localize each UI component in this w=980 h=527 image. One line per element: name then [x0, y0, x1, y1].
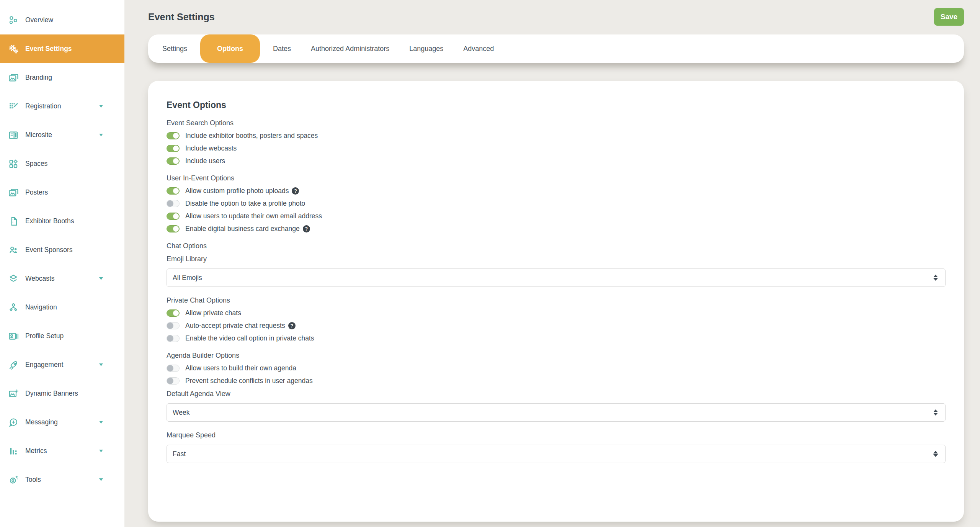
help-icon[interactable]: ?: [292, 187, 299, 195]
bar-chart-icon: [8, 446, 19, 457]
sidebar-item-tools[interactable]: Tools: [0, 465, 124, 494]
sidebar-item-engagement[interactable]: Engagement: [0, 350, 124, 379]
toggle-label: Allow users to update their own email ad…: [185, 212, 322, 220]
toggle-build-own-agenda[interactable]: [167, 365, 180, 372]
toggle-knob: [167, 200, 173, 207]
toggle-row: Include webcasts: [167, 144, 946, 152]
default-agenda-view-select[interactable]: Week: [167, 403, 946, 422]
toggle-prevent-conflicts[interactable]: [167, 377, 180, 385]
toggle-knob: [167, 365, 173, 372]
event-options-card: Event Options Event Search Options Inclu…: [148, 81, 964, 522]
default-agenda-view-label: Default Agenda View: [167, 390, 946, 398]
toggle-label: Disable the option to take a profile pho…: [185, 200, 305, 208]
page-title: Event Settings: [148, 11, 215, 23]
sidebar-item-overview[interactable]: Overview: [0, 6, 124, 34]
emoji-library-label: Emoji Library: [167, 255, 946, 263]
toggle-label: Allow private chats: [185, 309, 241, 317]
toggle-label: Enable the video call option in private …: [185, 334, 314, 342]
section-label-private-chat: Private Chat Options: [167, 296, 946, 304]
gear-sparkle-icon: [8, 475, 19, 485]
toggle-photo-uploads[interactable]: [167, 187, 180, 195]
toggle-include-webcasts[interactable]: [167, 145, 180, 152]
toggle-row: Allow users to build their own agenda: [167, 364, 946, 372]
toggle-label: Allow custom profile photo uploads: [185, 187, 289, 195]
sidebar-item-label: Messaging: [25, 418, 58, 426]
sidebar: Overview Event Settings: [0, 0, 124, 527]
toggle-auto-accept-chat[interactable]: [167, 322, 180, 329]
emoji-library-select-wrap: All Emojis: [167, 268, 946, 287]
toggle-video-call[interactable]: [167, 335, 180, 342]
section-label-chat: Chat Options: [167, 242, 946, 250]
toggle-knob: [173, 310, 179, 316]
tab-dates[interactable]: Dates: [263, 34, 301, 63]
toggle-label: Allow users to build their own agenda: [185, 364, 296, 372]
sidebar-item-posters[interactable]: Posters: [0, 178, 124, 207]
marquee-speed-select-wrap: Fast: [167, 445, 946, 463]
help-icon[interactable]: ?: [303, 225, 310, 232]
marquee-speed-select[interactable]: Fast: [167, 445, 946, 463]
sidebar-item-navigation[interactable]: Navigation: [0, 293, 124, 322]
sidebar-item-microsite[interactable]: Microsite: [0, 121, 124, 149]
toggle-include-booths[interactable]: [167, 132, 180, 139]
sidebar-item-spaces[interactable]: Spaces: [0, 149, 124, 178]
sidebar-item-messaging[interactable]: Messaging: [0, 408, 124, 437]
chevron-down-icon: [99, 105, 103, 108]
sidebar-item-exhibitor-booths[interactable]: Exhibitor Booths: [0, 207, 124, 236]
save-button[interactable]: Save: [934, 8, 964, 26]
tab-settings[interactable]: Settings: [152, 34, 197, 63]
sidebar-item-dynamic-banners[interactable]: Dynamic Banners: [0, 379, 124, 408]
registration-form-icon: [8, 101, 19, 112]
toggle-row: Allow custom profile photo uploads ?: [167, 187, 946, 195]
chevron-down-icon: [99, 450, 103, 452]
sidebar-item-branding[interactable]: Branding: [0, 63, 124, 92]
toggle-label: Prevent schedule conflicts in user agend…: [185, 377, 313, 385]
sidebar-item-label: Registration: [25, 102, 61, 110]
tab-bar: Settings Options Dates Authorized Admini…: [148, 34, 964, 63]
document-icon: [8, 216, 19, 227]
sidebar-item-event-settings[interactable]: Event Settings: [0, 34, 124, 63]
toggle-label: Auto-accept private chat requests: [185, 322, 285, 330]
chevron-down-icon: [99, 363, 103, 366]
help-icon[interactable]: ?: [288, 322, 296, 329]
toggle-knob: [173, 213, 179, 219]
sidebar-item-registration[interactable]: Registration: [0, 92, 124, 121]
card-heading: Event Options: [167, 100, 946, 110]
app-root: Overview Event Settings: [0, 0, 980, 527]
spaces-grid-icon: [8, 159, 19, 169]
sidebar-item-label: Navigation: [25, 303, 57, 311]
toggle-business-card[interactable]: [167, 225, 180, 232]
toggle-knob: [173, 133, 179, 139]
toggle-include-users[interactable]: [167, 157, 180, 165]
sidebar-item-profile-setup[interactable]: Profile Setup: [0, 322, 124, 350]
sidebar-item-label: Overview: [25, 16, 53, 24]
toggle-knob: [167, 335, 173, 342]
toggle-row: Include users: [167, 157, 946, 165]
chevron-down-icon: [99, 277, 103, 280]
tab-advanced[interactable]: Advanced: [453, 34, 504, 63]
tab-options[interactable]: Options: [200, 34, 260, 63]
main-content: Event Settings Save Settings Options Dat…: [124, 0, 980, 527]
branding-image-icon: [8, 72, 19, 83]
toggle-allow-private-chats[interactable]: [167, 309, 180, 317]
sidebar-item-metrics[interactable]: Metrics: [0, 437, 124, 465]
tab-authorized-administrators[interactable]: Authorized Administrators: [301, 34, 399, 63]
toggle-row: Allow private chats: [167, 309, 946, 317]
sidebar-item-label: Exhibitor Booths: [25, 217, 74, 225]
toggle-disable-take-photo[interactable]: [167, 200, 180, 207]
sidebar-item-label: Posters: [25, 188, 48, 196]
tab-languages[interactable]: Languages: [399, 34, 453, 63]
sidebar-item-label: Branding: [25, 74, 52, 82]
toggle-knob: [167, 378, 173, 384]
toggle-update-email[interactable]: [167, 213, 180, 220]
toggle-label: Include users: [185, 157, 225, 165]
sidebar-item-label: Tools: [25, 476, 41, 484]
toggle-knob: [173, 145, 179, 152]
emoji-library-select[interactable]: All Emojis: [167, 268, 946, 287]
toggle-knob: [173, 158, 179, 164]
sidebar-item-webcasts[interactable]: Webcasts: [0, 264, 124, 293]
sidebar-item-event-sponsors[interactable]: Event Sponsors: [0, 236, 124, 264]
toggle-row: Enable the video call option in private …: [167, 334, 946, 342]
toggle-knob: [173, 226, 179, 232]
toggle-label: Include exhibitor booths, posters and sp…: [185, 132, 318, 140]
section-label-agenda-builder: Agenda Builder Options: [167, 351, 946, 360]
